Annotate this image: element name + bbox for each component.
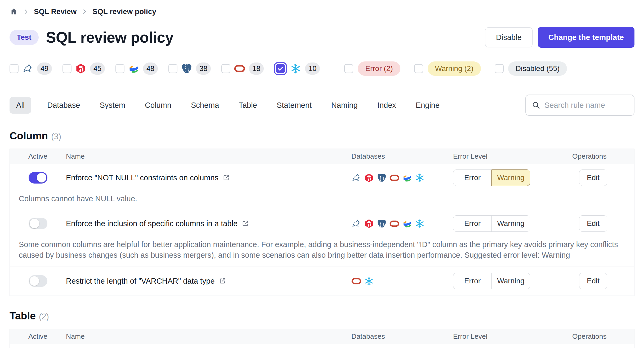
environment-badge[interactable]: Test — [10, 30, 39, 45]
section-heading-column: Column (3) — [10, 130, 634, 142]
edit-button[interactable]: Edit — [579, 215, 607, 232]
column-header-active: Active — [10, 332, 66, 341]
postgres-checkbox[interactable] — [168, 64, 177, 73]
check-icon — [277, 65, 284, 72]
column-header-name: Name — [66, 152, 351, 160]
tab-naming[interactable]: Naming — [331, 97, 358, 114]
oracle-icon — [234, 63, 245, 74]
engine-filter-postgres[interactable]: 38 — [168, 63, 211, 75]
tab-schema[interactable]: Schema — [191, 97, 219, 114]
error-level-checkbox[interactable] — [344, 64, 353, 73]
rule-databases — [351, 276, 453, 286]
rule-active-toggle-on[interactable] — [29, 172, 47, 184]
engine-filter-mysql[interactable]: 49 — [10, 63, 52, 75]
column-header-operations: Operations — [572, 332, 634, 341]
disabled-count-pill: Disabled (55) — [508, 61, 567, 76]
filter-bar: 49 45 48 38 18 10 — [10, 61, 634, 76]
engine-filter-oceanbase[interactable]: 48 — [115, 63, 158, 75]
mysql-icon — [351, 173, 361, 183]
level-filter-error[interactable]: Error (2) — [344, 61, 400, 76]
toggle-knob — [30, 276, 39, 286]
oceanbase-checkbox[interactable] — [115, 64, 124, 73]
tab-column[interactable]: Column — [145, 97, 171, 114]
edit-button[interactable]: Edit — [579, 169, 607, 186]
snowflake-icon — [364, 276, 374, 286]
table-header: Active Name Databases Error Level Operat… — [10, 329, 634, 344]
toggle-knob — [37, 173, 46, 182]
oceanbase-rule-count: 48 — [143, 63, 158, 75]
snowflake-checkbox-checked[interactable] — [276, 64, 285, 73]
search-rule-input[interactable] — [544, 101, 628, 110]
tab-engine[interactable]: Engine — [416, 97, 440, 114]
home-icon[interactable] — [10, 7, 18, 16]
error-level-error-button[interactable]: Error — [453, 169, 492, 186]
toggle-knob — [30, 219, 39, 228]
oracle-icon — [351, 276, 361, 286]
rule-description: Some common columns are helpful for bett… — [10, 237, 634, 266]
rule-active-toggle-off[interactable] — [29, 275, 47, 287]
column-header-databases: Databases — [351, 332, 453, 341]
rule-name[interactable]: Enforce the inclusion of specific column… — [66, 219, 238, 228]
breadcrumb-sql-review[interactable]: SQL Review — [34, 7, 77, 16]
error-level-error-button[interactable]: Error — [453, 215, 492, 232]
search-icon — [532, 101, 540, 109]
table-header: Active Name Databases Error Level Operat… — [10, 149, 634, 164]
engine-filter-tidb[interactable]: 45 — [62, 63, 105, 75]
error-level-segment: Error Warning — [453, 273, 572, 289]
error-level-warning-button-selected[interactable]: Warning — [491, 169, 530, 186]
error-level-error-button[interactable]: Error — [453, 273, 492, 289]
tab-database[interactable]: Database — [47, 97, 80, 114]
column-header-databases: Databases — [351, 152, 453, 160]
postgres-icon — [377, 219, 387, 229]
snowflake-icon — [290, 63, 301, 74]
level-filter-disabled[interactable]: Disabled (55) — [495, 61, 567, 76]
postgres-icon — [181, 63, 192, 74]
tidb-icon — [364, 173, 374, 183]
engine-filter-snowflake[interactable]: 10 — [274, 63, 320, 75]
tab-all[interactable]: All — [10, 97, 31, 114]
engine-filter-oracle[interactable]: 18 — [221, 63, 264, 75]
tidb-checkbox[interactable] — [62, 64, 71, 73]
rule-name[interactable]: Enforce "NOT NULL" constraints on column… — [66, 173, 218, 182]
oracle-checkbox[interactable] — [221, 64, 230, 73]
rule-active-toggle-off[interactable] — [29, 218, 47, 229]
tab-table[interactable]: Table — [239, 97, 257, 114]
tab-index[interactable]: Index — [377, 97, 396, 114]
postgres-icon — [377, 173, 387, 183]
chevron-right-icon — [81, 8, 88, 15]
rule-row-varchar-length: Restrict the length of "VARCHAR" data ty… — [10, 266, 634, 296]
tidb-rule-count: 45 — [90, 63, 105, 75]
rule-databases — [351, 173, 453, 183]
change-template-button[interactable]: Change the template — [538, 27, 634, 48]
page-title: SQL review policy — [46, 29, 173, 46]
error-count-pill: Error (2) — [358, 61, 400, 76]
page-header: Test SQL review policy Disable Change th… — [10, 27, 634, 48]
oracle-icon — [390, 173, 399, 183]
warning-level-checkbox[interactable] — [414, 64, 423, 73]
chevron-right-icon — [23, 8, 29, 15]
oceanbase-icon — [128, 63, 139, 74]
tidb-icon — [364, 219, 374, 229]
disable-button[interactable]: Disable — [485, 27, 533, 47]
mysql-checkbox[interactable] — [10, 64, 19, 73]
external-link-icon[interactable] — [241, 220, 249, 227]
oceanbase-icon — [402, 173, 412, 183]
rules-table-table: Active Name Databases Error Level Operat… — [10, 329, 634, 348]
rule-name[interactable]: Restrict the length of "VARCHAR" data ty… — [66, 277, 215, 285]
section-count: (2) — [39, 312, 49, 322]
column-header-name: Name — [66, 332, 351, 341]
oceanbase-icon — [402, 219, 412, 229]
external-link-icon[interactable] — [222, 174, 230, 181]
tab-system[interactable]: System — [100, 97, 125, 114]
edit-button[interactable]: Edit — [579, 273, 607, 289]
external-link-icon[interactable] — [219, 277, 226, 285]
error-level-warning-button[interactable]: Warning — [491, 273, 530, 289]
disabled-level-checkbox[interactable] — [495, 64, 504, 73]
breadcrumb-current-page: SQL review policy — [92, 7, 156, 16]
tab-statement[interactable]: Statement — [277, 97, 312, 114]
mysql-icon — [351, 219, 361, 229]
tidb-icon — [75, 63, 86, 74]
oracle-rule-count: 18 — [249, 63, 264, 75]
error-level-warning-button[interactable]: Warning — [491, 215, 530, 232]
level-filter-warning[interactable]: Warning (2) — [414, 61, 481, 76]
